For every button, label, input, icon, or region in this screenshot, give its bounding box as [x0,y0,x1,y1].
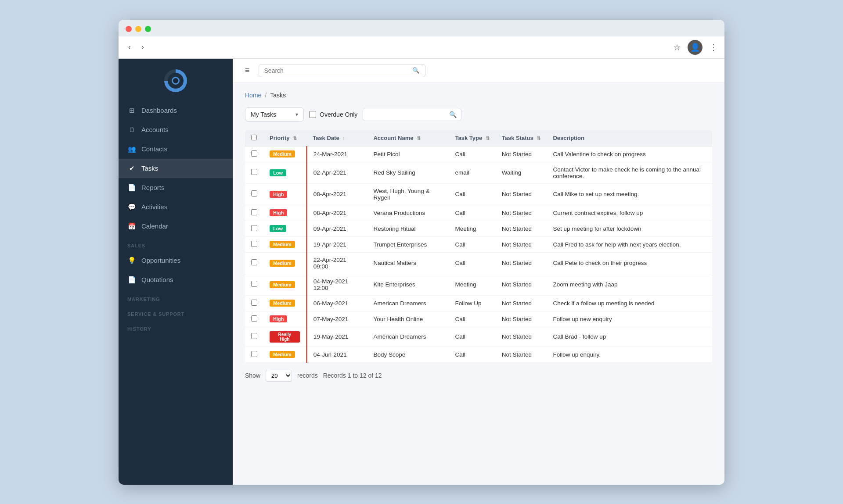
filter-dropdown[interactable]: My Tasks All Tasks Overdue Tasks ▾ [245,107,304,122]
col-priority[interactable]: Priority ⇅ [263,130,306,147]
sidebar-item-tasks[interactable]: ✔ Tasks [119,159,233,178]
page-toolbar: My Tasks All Tasks Overdue Tasks ▾ Overd… [245,107,712,122]
tasks-table: Priority ⇅ Task Date ↑ Account Name ⇅ [245,130,712,363]
sidebar-item-contacts[interactable]: 👥 Contacts [119,139,233,159]
priority-cell: Medium [263,252,306,274]
search-bar: 🔍 [259,64,425,77]
sidebar-item-label: Reports [141,184,165,191]
status-cell: Not Started [496,274,547,295]
description-cell: Follow up enquiry. [547,347,712,362]
breadcrumb: Home / Tasks [245,92,712,99]
filter-select[interactable]: My Tasks All Tasks Overdue Tasks [251,111,292,118]
row-checkbox[interactable] [251,241,257,247]
priority-badge: Low [270,225,286,232]
description-cell: Call Valentine to check on progress [547,146,712,162]
priority-badge: Medium [270,241,295,248]
row-checkbox[interactable] [251,300,257,306]
sidebar-item-opportunities[interactable]: 💡 Opportunities [119,251,233,270]
opportunities-icon: 💡 [127,256,136,265]
browser-menu-icon[interactable]: ⋮ [710,43,717,52]
account-cell: American Dreamers [367,327,449,347]
sidebar-item-label: Calendar [141,222,168,230]
search-input[interactable] [264,67,409,74]
type-cell: Call [449,236,495,252]
pagination-bar: Show 10 20 50 100 records Records 1 to 1… [245,363,712,385]
type-cell: Call [449,327,495,347]
table-row: High 08-Apr-2021 West, Hugh, Young & Ryg… [245,183,712,205]
type-cell: Call [449,311,495,327]
col-task-type[interactable]: Task Type ⇅ [449,130,495,147]
type-cell: Call [449,205,495,221]
search-button[interactable]: 🔍 [412,67,420,74]
row-checkbox[interactable] [251,150,257,157]
row-checkbox[interactable] [251,190,257,197]
date-cell: 07-May-2021 [306,311,367,327]
row-checkbox[interactable] [251,259,257,265]
priority-cell: Medium [263,146,306,162]
status-cell: Not Started [496,236,547,252]
filter-search-input[interactable] [367,111,447,118]
description-cell: Check if a follow up meeting is needed [547,295,712,311]
status-cell: Not Started [496,327,547,347]
type-cell: email [449,162,495,183]
filter-search-bar: 🔍 [363,108,461,121]
col-task-type-label: Task Type [455,135,482,141]
col-priority-label: Priority [270,135,290,141]
sidebar-item-reports[interactable]: 📄 Reports [119,178,233,197]
table-row: Medium 19-Apr-2021 Trumpet Enterprises C… [245,236,712,252]
row-checkbox[interactable] [251,351,257,357]
priority-badge: Low [270,169,286,176]
sidebar-item-activities[interactable]: 💬 Activities [119,197,233,217]
table-row: Medium 04-Jun-2021 Body Scope Call Not S… [245,347,712,362]
sidebar-item-accounts[interactable]: 🗒 Accounts [119,120,233,139]
date-cell: 04-Jun-2021 [306,347,367,362]
breadcrumb-home[interactable]: Home [245,92,261,99]
window-close-button[interactable] [126,26,132,32]
col-task-status-label: Task Status [502,135,533,141]
table-row: Really High 19-May-2021 American Dreamer… [245,327,712,347]
row-checkbox[interactable] [251,333,257,339]
sidebar-item-calendar[interactable]: 📅 Calendar [119,217,233,236]
row-checkbox[interactable] [251,209,257,215]
hamburger-button[interactable]: ≡ [243,64,252,77]
overdue-filter: Overdue Only [309,111,357,118]
account-cell: Red Sky Sailing [367,162,449,183]
priority-cell: Medium [263,274,306,295]
row-checkbox[interactable] [251,281,257,287]
bookmark-icon[interactable]: ☆ [674,43,681,52]
col-task-date[interactable]: Task Date ↑ [306,130,367,147]
window-minimize-button[interactable] [135,26,141,32]
records-per-page-select[interactable]: 10 20 50 100 [266,370,292,382]
overdue-checkbox[interactable] [309,111,316,118]
date-cell: 09-Apr-2021 [306,221,367,236]
logo-icon [164,69,187,92]
accounts-icon: 🗒 [127,125,136,134]
sidebar-item-dashboards[interactable]: ⊞ Dashboards [119,101,233,120]
breadcrumb-current: Tasks [270,92,286,99]
col-description: Description [547,130,712,147]
main-content: ≡ 🔍 Home / Tasks My Tasks [233,59,724,485]
table-row: Medium 22-Apr-2021 09:00 Nautical Matter… [245,252,712,274]
user-avatar[interactable]: 👤 [688,40,702,55]
row-checkbox[interactable] [251,315,257,322]
status-cell: Not Started [496,252,547,274]
records-label: records [297,372,318,379]
status-cell: Not Started [496,221,547,236]
select-all-checkbox[interactable] [251,135,257,140]
col-task-status[interactable]: Task Status ⇅ [496,130,547,147]
quotations-icon: 📄 [127,275,136,284]
browser-back-button[interactable]: ‹ [126,42,133,53]
priority-badge: Medium [270,351,295,358]
row-checkbox[interactable] [251,225,257,231]
row-checkbox[interactable] [251,169,257,175]
window-maximize-button[interactable] [145,26,151,32]
priority-badge: Medium [270,150,295,157]
col-account-name[interactable]: Account Name ⇅ [367,130,449,147]
sort-status-icon: ⇅ [537,136,540,141]
chevron-down-icon: ▾ [295,111,298,118]
sidebar-item-quotations[interactable]: 📄 Quotations [119,270,233,290]
browser-forward-button[interactable]: › [139,42,147,53]
description-cell: Contact Victor to make check he is comin… [547,162,712,183]
date-cell: 04-May-2021 12:00 [306,274,367,295]
filter-search-button[interactable]: 🔍 [449,111,457,118]
